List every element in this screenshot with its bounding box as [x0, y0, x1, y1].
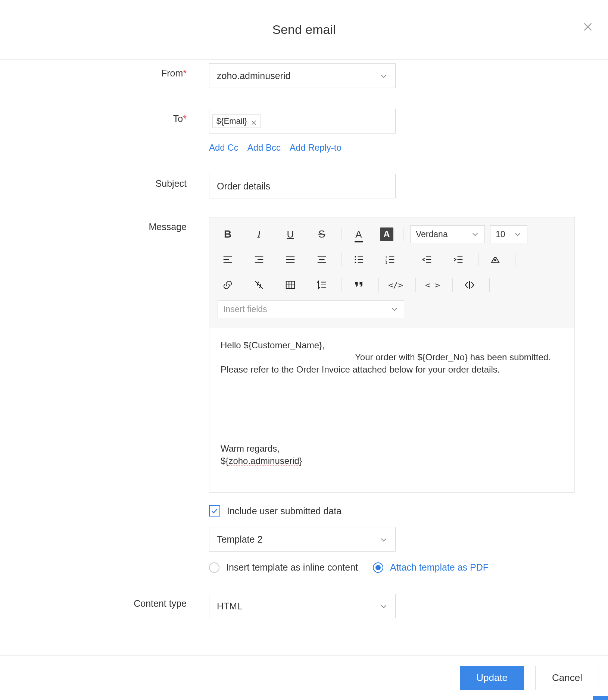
svg-point-18	[355, 259, 356, 260]
chevron-down-icon	[471, 230, 479, 238]
align-right-button[interactable]	[249, 249, 269, 270]
subject-input[interactable]: Order details	[209, 174, 396, 198]
link-button[interactable]	[218, 275, 238, 295]
inline-content-label: Insert template as inline content	[226, 562, 358, 573]
chevron-down-icon	[514, 230, 522, 238]
chevron-down-icon	[380, 72, 388, 80]
modal-header: Send email	[0, 0, 608, 60]
to-chip: ${Email}	[212, 114, 261, 128]
attach-pdf-label: Attach template as PDF	[390, 562, 489, 573]
code-block-button[interactable]: </>	[386, 275, 406, 295]
svg-line-36	[255, 281, 263, 289]
to-label: To*	[0, 109, 209, 124]
font-size-value: 10	[496, 229, 505, 239]
include-data-label: Include user submitted data	[227, 506, 342, 517]
numbered-list-button[interactable]: 123	[380, 249, 400, 270]
content-type-select[interactable]: HTML	[209, 594, 396, 618]
table-button[interactable]	[280, 275, 300, 295]
svg-text:3: 3	[386, 261, 387, 264]
code-view-button[interactable]: < >	[423, 275, 443, 295]
editor-toolbar: B I U S A A Verdana	[209, 217, 574, 328]
from-select[interactable]: zoho.adminuserid	[209, 63, 396, 88]
font-family-select[interactable]: Verdana	[410, 225, 485, 243]
message-label: Message	[0, 217, 209, 232]
text-color-button[interactable]: A	[349, 224, 369, 244]
background-color-button[interactable]: A	[380, 227, 393, 241]
align-left-button[interactable]	[218, 249, 238, 270]
unlink-button[interactable]	[249, 275, 269, 295]
accent-bar	[593, 696, 608, 700]
align-justify-button[interactable]	[280, 249, 300, 270]
from-value: zoho.adminuserid	[217, 70, 290, 81]
font-family-value: Verdana	[416, 229, 448, 239]
chip-remove-icon[interactable]	[251, 118, 257, 124]
underline-button[interactable]: U	[280, 224, 300, 244]
add-cc-link[interactable]: Add Cc	[209, 142, 238, 153]
rich-text-editor: B I U S A A Verdana	[209, 217, 575, 493]
chevron-down-icon	[380, 535, 388, 543]
chevron-down-icon	[390, 305, 399, 313]
clear-format-button[interactable]	[485, 249, 505, 270]
subject-value: Order details	[217, 181, 270, 192]
template-value: Template 2	[217, 534, 262, 545]
subject-label: Subject	[0, 174, 209, 189]
content-type-value: HTML	[217, 601, 242, 612]
editor-content[interactable]: Hello ${Customer_Name}, Your order with …	[209, 328, 574, 492]
insert-fields-select[interactable]: Insert fields	[218, 300, 404, 318]
svg-point-16	[355, 256, 356, 258]
inline-content-radio[interactable]	[209, 562, 219, 573]
from-label: From*	[0, 63, 209, 79]
line-height-button[interactable]	[312, 275, 332, 295]
bold-button[interactable]: B	[218, 224, 238, 244]
bullet-list-button[interactable]	[349, 249, 369, 270]
update-button[interactable]: Update	[460, 666, 524, 690]
italic-button[interactable]: I	[249, 224, 269, 244]
add-reply-to-link[interactable]: Add Reply-to	[290, 142, 342, 153]
attach-pdf-radio[interactable]	[373, 562, 383, 573]
align-center-button[interactable]	[312, 249, 332, 270]
send-email-modal: Send email From* zoho.adminuserid To* ${…	[0, 0, 608, 700]
content-type-label: Content type	[0, 594, 209, 609]
outdent-button[interactable]	[417, 249, 437, 270]
close-icon[interactable]	[583, 22, 593, 32]
quote-button[interactable]	[349, 275, 369, 295]
indent-button[interactable]	[448, 249, 468, 270]
insert-fields-placeholder: Insert fields	[223, 304, 267, 314]
add-bcc-link[interactable]: Add Bcc	[247, 142, 281, 153]
cancel-button[interactable]: Cancel	[535, 666, 599, 690]
modal-footer: Update Cancel	[0, 655, 608, 700]
to-input[interactable]: ${Email}	[209, 109, 396, 134]
include-data-checkbox[interactable]	[209, 505, 220, 517]
modal-title: Send email	[272, 22, 336, 37]
embed-button[interactable]	[459, 275, 480, 295]
chip-text: ${Email}	[216, 116, 247, 126]
template-select[interactable]: Template 2	[209, 527, 396, 552]
svg-point-20	[355, 262, 356, 263]
chevron-down-icon	[380, 602, 388, 610]
font-size-select[interactable]: 10	[490, 225, 527, 243]
strikethrough-button[interactable]: S	[312, 224, 332, 244]
